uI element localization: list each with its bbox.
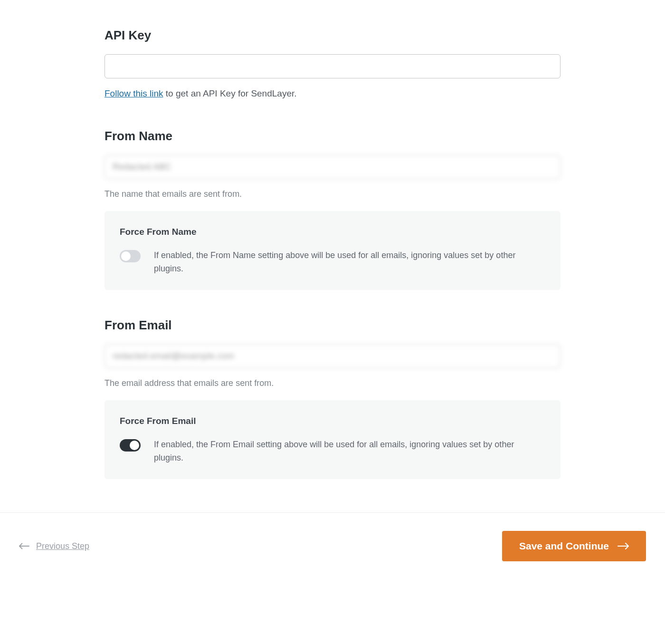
api-key-section: API Key Follow this link to get an API K… [104,26,560,101]
arrow-right-icon [618,543,629,549]
force-from-email-description: If enabled, the From Email setting above… [154,438,545,465]
from-name-input[interactable] [104,155,560,179]
api-key-help: Follow this link to get an API Key for S… [104,87,560,101]
force-from-name-title: Force From Name [120,225,545,239]
force-from-email-panel: Force From Email If enabled, the From Em… [104,400,560,479]
from-name-label: From Name [104,127,560,145]
from-email-hint: The email address that emails are sent f… [104,377,560,390]
save-and-continue-label: Save and Continue [519,540,609,552]
from-email-input[interactable] [104,344,560,368]
api-key-input[interactable] [104,54,560,78]
toggle-knob [121,251,131,261]
force-from-email-title: Force From Email [120,414,545,428]
from-name-section: From Name The name that emails are sent … [104,127,560,290]
from-email-section: From Email The email address that emails… [104,316,560,479]
previous-step-button[interactable]: Previous Step [19,540,89,553]
toggle-knob [130,441,139,450]
force-from-name-description: If enabled, the From Name setting above … [154,249,545,276]
api-key-label: API Key [104,26,560,45]
arrow-left-icon [19,543,29,549]
wizard-footer: Previous Step Save and Continue [0,512,665,579]
api-key-help-suffix: to get an API Key for SendLayer. [163,88,297,98]
save-and-continue-button[interactable]: Save and Continue [502,531,646,561]
force-from-name-toggle[interactable] [120,250,141,262]
from-email-label: From Email [104,316,560,335]
follow-this-link[interactable]: Follow this link [104,88,163,98]
force-from-name-panel: Force From Name If enabled, the From Nam… [104,211,560,290]
force-from-email-toggle[interactable] [120,439,141,452]
from-name-hint: The name that emails are sent from. [104,188,560,201]
previous-step-label: Previous Step [36,540,89,553]
